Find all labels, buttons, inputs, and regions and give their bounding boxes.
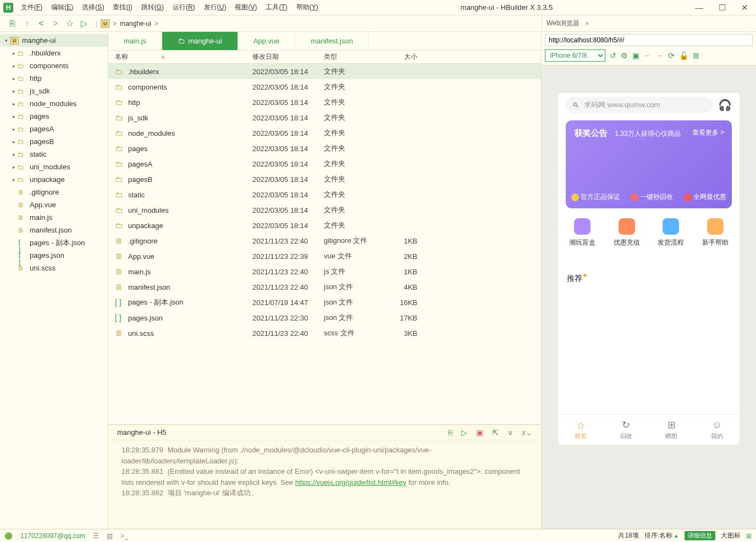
headset-icon[interactable]: 🎧 — [718, 98, 732, 112]
close-icon[interactable]: × — [585, 20, 589, 27]
file-row[interactable]: 🗀unpackage2022/03/05 18:14文件夹 — [108, 218, 541, 233]
feature-item[interactable]: 新手帮助 — [702, 218, 729, 247]
refresh-icon[interactable]: ⟳ — [668, 51, 675, 60]
grid-icon[interactable]: ⊞ — [746, 532, 752, 540]
editor-tab[interactable]: main.js — [108, 32, 162, 50]
tabbar-item[interactable]: ☺我的 — [694, 414, 740, 445]
run-icon[interactable]: ▷ — [77, 18, 91, 29]
file-row[interactable]: 🗀components2022/03/05 18:14文件夹 — [108, 79, 541, 95]
sidebar-item[interactable]: 🗎uni.scss — [0, 262, 108, 274]
sidebar-item[interactable]: ▸🗀.hbuilderx — [0, 47, 108, 59]
sidebar-item[interactable]: ▸🗀http — [0, 72, 108, 85]
sidebar-item[interactable]: ▸🗀components — [0, 59, 108, 72]
file-row[interactable]: 🗀http2022/03/05 18:14文件夹 — [108, 95, 541, 110]
feature-item[interactable]: 潮玩盲盒 — [569, 218, 595, 247]
nav-back-icon[interactable]: ← — [644, 51, 652, 60]
sidebar-item[interactable]: ▸🗀pagesA — [0, 123, 108, 135]
project-explorer[interactable]: ▾ U manghe-ui ▸🗀.hbuilderx▸🗀components▸🗀… — [0, 32, 108, 529]
status-icon2[interactable]: ▥ — [107, 532, 113, 540]
sidebar-item[interactable]: [ ]pages.json — [0, 249, 108, 262]
status-detail-badge[interactable]: 详细信息 — [685, 531, 715, 540]
file-row[interactable]: 🗀pagesA2022/03/05 18:14文件夹 — [108, 156, 541, 172]
status-sort[interactable]: 排序:名称 ▲ — [644, 531, 679, 540]
new-file-icon[interactable]: ⎘ — [5, 19, 20, 29]
status-email[interactable]: 1170228097@qq.com — [20, 532, 85, 540]
sidebar-item[interactable]: ▸🗀node_modules — [0, 97, 108, 110]
file-row[interactable]: [ ]pages.json2021/11/23 22:30json 文件17KB — [108, 310, 541, 325]
col-size[interactable]: 大小 — [384, 52, 417, 62]
console-down-icon[interactable]: ∨ — [507, 428, 513, 437]
close-button[interactable]: ✕ — [741, 3, 748, 13]
file-row[interactable]: 🗎App.vue2021/11/23 22:39vue 文件2KB — [108, 248, 541, 264]
file-row[interactable]: 🗎.gitignore2021/11/23 22:40gitignore 文件1… — [108, 233, 541, 248]
file-row[interactable]: [ ]pages - 副本.json2021/07/19 14:47json 文… — [108, 295, 541, 310]
menu-item[interactable]: 跳转(G) — [137, 2, 168, 13]
console-export-icon[interactable]: ⇱ — [492, 428, 499, 437]
nav-forward-icon[interactable]: → — [656, 51, 664, 60]
tabbar-item[interactable]: ⌂首页 — [558, 414, 604, 445]
file-row[interactable]: 🗎uni.scss2021/11/23 22:40scss 文件3KB — [108, 325, 541, 341]
maximize-button[interactable]: ☐ — [719, 3, 726, 13]
breadcrumb-project[interactable]: manghe-ui — [120, 20, 151, 27]
up-icon[interactable]: ↑ — [20, 19, 34, 29]
sidebar-item[interactable]: ▸🗀unpackage — [0, 173, 108, 186]
console-stop-icon[interactable]: ▣ — [476, 428, 483, 437]
menu-item[interactable]: 运行(R) — [168, 2, 200, 13]
console-play-icon[interactable]: ▷ — [461, 428, 467, 437]
sidebar-root[interactable]: ▾ U manghe-ui — [0, 34, 108, 47]
editor-tab[interactable]: 🗀manghe-ui — [162, 32, 238, 50]
console-close-icon[interactable]: x⌄ — [522, 428, 532, 437]
sidebar-item[interactable]: ▸🗀pages — [0, 110, 108, 123]
device-select[interactable]: iPhone 6/7/8 — [545, 49, 605, 62]
feature-item[interactable]: 发货流程 — [658, 218, 684, 247]
editor-tab[interactable]: manifest.json — [295, 32, 369, 50]
back-icon[interactable]: < — [34, 19, 48, 29]
lock-icon[interactable]: 🔓 — [679, 51, 688, 60]
sidebar-item[interactable]: ▸🗀pagesB — [0, 135, 108, 148]
app-search-box[interactable]: 🔍︎ 求码网 www.qiumw.com — [566, 97, 713, 113]
terminal-icon[interactable]: >_ — [120, 532, 128, 540]
menu-item[interactable]: 视图(V) — [230, 2, 261, 13]
sidebar-item[interactable]: 🗎App.vue — [0, 198, 108, 211]
minimize-button[interactable]: — — [695, 3, 703, 13]
sidebar-item[interactable]: 🗎.gitignore — [0, 186, 108, 198]
banner-more[interactable]: 查看更多 > — [692, 128, 724, 137]
award-banner[interactable]: 获奖公告 1.33万人获得心仪商品 查看更多 > 官方正品保证一键秒回收全网最优… — [566, 120, 732, 208]
feature-item[interactable]: 优惠充值 — [614, 218, 640, 247]
file-row[interactable]: 🗎manifest.json2021/11/23 22:40json 文件4KB — [108, 279, 541, 295]
browser-tab[interactable]: Web浏览器 — [547, 19, 580, 28]
phone-frame[interactable]: 🔍︎ 求码网 www.qiumw.com 🎧 获奖公告 1.33万人获得心仪商品… — [558, 93, 740, 445]
menu-item[interactable]: 帮助(Y) — [292, 2, 323, 13]
menu-item[interactable]: 编辑(E) — [47, 2, 78, 13]
devtools-icon[interactable]: ▣ — [632, 51, 639, 60]
file-row[interactable]: 🗎main.js2021/11/23 22:40js 文件1KB — [108, 264, 541, 279]
console-link[interactable]: https://vuejs.org/guide/list.html#key — [295, 478, 406, 486]
menu-item[interactable]: 文件(F) — [16, 2, 47, 13]
col-type[interactable]: 类型 — [324, 52, 384, 62]
menu-item[interactable]: 工具(T) — [261, 2, 291, 13]
qr-icon[interactable]: ⊞ — [693, 51, 699, 60]
gear-icon[interactable]: ⚙ — [621, 51, 628, 60]
forward-icon[interactable]: > — [48, 19, 63, 29]
sidebar-item[interactable]: [ ]pages - 副本.json — [0, 236, 108, 249]
url-input[interactable] — [545, 34, 753, 46]
file-row[interactable]: 🗀pagesB2022/03/05 18:14文件夹 — [108, 172, 541, 187]
file-row[interactable]: 🗀pages2022/03/05 18:14文件夹 — [108, 141, 541, 156]
editor-tab[interactable]: App.vue — [238, 32, 296, 50]
file-row[interactable]: 🗀js_sdk2022/03/05 18:14文件夹 — [108, 110, 541, 125]
menu-item[interactable]: 查找(I) — [108, 2, 136, 13]
file-row[interactable]: 🗀uni_modules2022/03/05 18:14文件夹 — [108, 202, 541, 218]
file-list[interactable]: 🗀.hbuilderx2022/03/05 18:14文件夹🗀component… — [108, 64, 541, 424]
console-run-icon[interactable]: ⎘ — [448, 428, 453, 437]
star-icon[interactable]: ☆ — [63, 18, 77, 29]
sidebar-item[interactable]: ▸🗀js_sdk — [0, 85, 108, 97]
tabbar-item[interactable]: ↻回收 — [604, 414, 649, 445]
menu-item[interactable]: 选择(S) — [78, 2, 108, 13]
sidebar-item[interactable]: 🗎main.js — [0, 211, 108, 224]
console-output[interactable]: 18:28:35.879 Module Warning (from ./node… — [108, 440, 541, 529]
menu-item[interactable]: 发行(U) — [200, 2, 231, 13]
sidebar-item[interactable]: ▸🗀uni_modules — [0, 161, 108, 173]
sidebar-item[interactable]: ▸🗀static — [0, 148, 108, 161]
file-row[interactable]: 🗀static2022/03/05 18:14文件夹 — [108, 187, 541, 202]
status-bigicon[interactable]: 大图标 — [721, 531, 741, 540]
